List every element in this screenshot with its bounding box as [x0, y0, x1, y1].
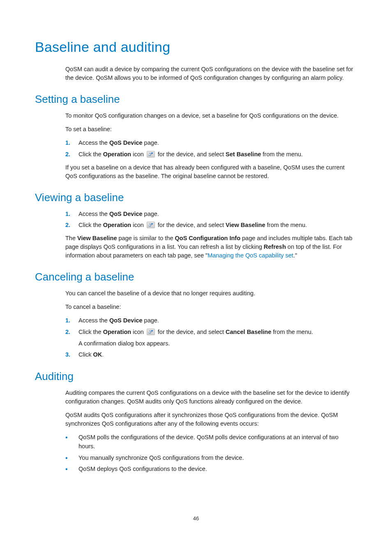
bold-operation: Operation — [103, 222, 131, 228]
link-managing-qos-capability[interactable]: Managing the QoS capability set — [208, 252, 293, 259]
list-item: 2. Click the Operation icon for the devi… — [65, 328, 355, 348]
canceling-p2: To cancel a baseline: — [65, 303, 355, 311]
bold-qos-device: QoS Device — [109, 317, 143, 324]
intro-block: QoSM can audit a device by comparing the… — [65, 65, 355, 82]
text: page. — [143, 317, 159, 324]
step-text: Click OK. — [78, 350, 104, 359]
text: Click — [78, 351, 93, 358]
setting-p2: To set a baseline: — [65, 125, 355, 134]
step-text: Click the Operation icon for the device,… — [78, 150, 303, 159]
section-viewing: 1. Access the QoS Device page. 2. Click … — [65, 210, 355, 260]
viewing-para: The View Baseline page is similar to the… — [65, 234, 355, 260]
operation-icon — [147, 329, 155, 335]
text: ." — [293, 252, 297, 259]
bullet-text: You manually synchronize QoS configurati… — [78, 454, 244, 463]
auditing-p1: Auditing compares the current QoS config… — [65, 389, 355, 406]
bold-set-baseline: Set Baseline — [226, 151, 261, 158]
text: for the device, and select — [156, 151, 226, 158]
step-number: 2. — [65, 150, 78, 159]
setting-p1: To monitor QoS configuration changes on … — [65, 111, 355, 120]
canceling-p1: You can cancel the baseline of a device … — [65, 289, 355, 298]
text: Click the — [78, 329, 103, 335]
page-title: Baseline and auditing — [35, 39, 355, 55]
list-item: 3. Click OK. — [65, 350, 355, 359]
text: for the device, and select — [156, 329, 226, 335]
heading-canceling-baseline: Canceling a baseline — [35, 271, 355, 283]
list-item: • QoSM polls the configurations of the d… — [65, 433, 355, 451]
bullet-icon: • — [65, 454, 78, 461]
text: from the menu. — [271, 329, 313, 335]
list-item: 2. Click the Operation icon for the devi… — [65, 221, 355, 230]
canceling-steps: 1. Access the QoS Device page. 2. Click … — [65, 316, 355, 359]
text: icon — [131, 329, 145, 335]
bullet-icon: • — [65, 465, 78, 473]
auditing-bullets: • QoSM polls the configurations of the d… — [65, 433, 355, 474]
text: icon — [131, 151, 145, 158]
text: icon — [131, 222, 145, 228]
list-item: 1. Access the QoS Device page. — [65, 316, 355, 325]
step-number: 2. — [65, 328, 78, 337]
text: from the menu. — [265, 222, 307, 228]
heading-auditing: Auditing — [35, 370, 355, 383]
text: Access the — [78, 139, 109, 146]
bold-view-baseline: View Baseline — [226, 222, 265, 228]
text: Click the — [78, 151, 103, 158]
section-auditing: Auditing compares the current QoS config… — [65, 389, 355, 474]
heading-viewing-baseline: Viewing a baseline — [35, 191, 355, 204]
bold-refresh: Refresh — [264, 243, 286, 250]
bullet-text: QoSM deploys QoS configurations to the d… — [78, 465, 207, 474]
bold-ok: OK — [93, 351, 102, 358]
text: page is similar to the — [117, 235, 175, 241]
bold-operation: Operation — [103, 329, 131, 335]
intro-paragraph: QoSM can audit a device by comparing the… — [65, 65, 355, 82]
section-setting: To monitor QoS configuration changes on … — [65, 111, 355, 181]
step-text: Click the Operation icon for the device,… — [78, 221, 307, 230]
list-item: 1. Access the QoS Device page. — [65, 139, 355, 148]
step-number: 2. — [65, 221, 78, 230]
step-number: 1. — [65, 210, 78, 219]
text: The — [65, 235, 77, 241]
bullet-icon: • — [65, 433, 78, 441]
bold-qos-device: QoS Device — [109, 139, 143, 146]
step-text: Access the QoS Device page. — [78, 139, 159, 148]
page-number: 46 — [0, 515, 392, 521]
step-text: Click the Operation icon for the device,… — [78, 328, 313, 348]
bold-qos-device: QoS Device — [109, 211, 143, 217]
step-number: 1. — [65, 316, 78, 325]
bullet-text: QoSM polls the configurations of the dev… — [78, 433, 355, 451]
setting-steps: 1. Access the QoS Device page. 2. Click … — [65, 139, 355, 159]
step-number: 3. — [65, 350, 78, 359]
bold-cancel-baseline: Cancel Baseline — [226, 329, 271, 335]
text: page. — [143, 139, 159, 146]
operation-icon — [147, 222, 155, 228]
list-item: 2. Click the Operation icon for the devi… — [65, 150, 355, 159]
list-item: • You manually synchronize QoS configura… — [65, 454, 355, 463]
list-item: • QoSM deploys QoS configurations to the… — [65, 465, 355, 474]
bold-qos-config-info: QoS Configuration Info — [175, 235, 240, 241]
text: for the device, and select — [156, 222, 226, 228]
heading-setting-baseline: Setting a baseline — [35, 93, 355, 106]
step-text: Access the QoS Device page. — [78, 210, 159, 219]
section-canceling: You can cancel the baseline of a device … — [65, 289, 355, 359]
text: from the menu. — [261, 151, 303, 158]
step-text: Access the QoS Device page. — [78, 316, 159, 325]
text: page. — [143, 211, 159, 217]
auditing-p2: QoSM audits QoS configurations after it … — [65, 411, 355, 428]
bold-operation: Operation — [103, 151, 131, 158]
text: Access the — [78, 211, 109, 217]
bold-view-baseline: View Baseline — [77, 235, 117, 241]
step-subtext: A confirmation dialog box appears. — [78, 339, 313, 348]
document-page: Baseline and auditing QoSM can audit a d… — [0, 0, 392, 533]
text: Click the — [78, 222, 103, 228]
list-item: 1. Access the QoS Device page. — [65, 210, 355, 219]
step-number: 1. — [65, 139, 78, 148]
setting-note: If you set a baseline on a device that h… — [65, 163, 355, 181]
operation-icon — [147, 151, 155, 158]
viewing-steps: 1. Access the QoS Device page. 2. Click … — [65, 210, 355, 230]
text: . — [102, 351, 104, 358]
text: Access the — [78, 317, 109, 324]
